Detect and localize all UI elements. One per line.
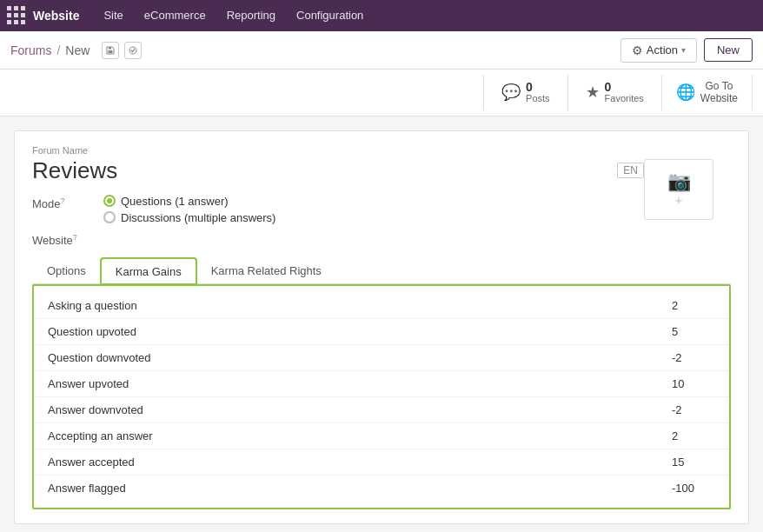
karma-name: Answer accepted — [48, 456, 672, 469]
mode-row: Mode? Questions (1 answer) Discussions (… — [32, 195, 731, 224]
karma-row-4[interactable]: Answer downvoted -2 — [34, 397, 729, 423]
app-grid-icon[interactable] — [7, 6, 26, 25]
globe-icon: 🌐 — [676, 83, 695, 102]
forum-name-label: Forum Name — [32, 145, 731, 156]
website-label: Website? — [32, 233, 93, 247]
lang-badge[interactable]: EN — [617, 163, 644, 178]
posts-label: Posts — [526, 93, 550, 103]
mode-label: Mode? — [32, 195, 93, 210]
karma-value[interactable]: -2 — [672, 351, 715, 364]
action-button[interactable]: ⚙ Action ▾ — [620, 38, 697, 63]
mode-questions-label: Questions (1 answer) — [121, 195, 229, 208]
forum-title-row: Reviews EN — [32, 157, 731, 184]
karma-value[interactable]: 2 — [672, 429, 715, 442]
tab-options[interactable]: Options — [32, 257, 101, 283]
right-actions: ⚙ Action ▾ New — [620, 38, 753, 63]
karma-name: Answer flagged — [48, 482, 672, 495]
action-label: Action — [647, 43, 678, 57]
karma-name: Accepting an answer — [48, 429, 672, 442]
karma-row-0[interactable]: Asking a question 2 — [34, 293, 729, 319]
form-card-inner: 📷 ＋ Forum Name Reviews EN Mode? Question… — [32, 145, 731, 509]
go-to-website-button[interactable]: 🌐 Go ToWebsite — [661, 75, 753, 110]
karma-row-2[interactable]: Question downvoted -2 — [34, 345, 729, 371]
svg-rect-0 — [109, 50, 113, 53]
favorites-label: Favorites — [605, 93, 644, 103]
nav-item-reporting[interactable]: Reporting — [216, 0, 286, 31]
karma-name: Answer upvoted — [48, 377, 672, 390]
karma-value[interactable]: 2 — [672, 299, 715, 312]
posts-stat[interactable]: 💬 0 Posts — [483, 75, 567, 110]
karma-row-6[interactable]: Answer accepted 15 — [34, 449, 729, 475]
karma-value[interactable]: 10 — [672, 377, 715, 390]
mode-questions-radio[interactable] — [103, 195, 116, 207]
discard-icon[interactable] — [124, 42, 142, 59]
photo-add-icon: ＋ — [673, 193, 685, 209]
form-card: 📷 ＋ Forum Name Reviews EN Mode? Question… — [14, 130, 749, 524]
main-content: 📷 ＋ Forum Name Reviews EN Mode? Question… — [0, 116, 763, 532]
nav-item-configuration[interactable]: Configuration — [286, 0, 374, 31]
karma-row-1[interactable]: Question upvoted 5 — [34, 319, 729, 345]
website-row: Website? — [32, 233, 731, 247]
mode-questions[interactable]: Questions (1 answer) — [103, 195, 275, 208]
photo-upload[interactable]: 📷 ＋ — [644, 159, 713, 220]
breadcrumb-current: New — [65, 43, 90, 57]
karma-value[interactable]: 15 — [672, 456, 715, 469]
tab-karma-gains[interactable]: Karma Gains — [101, 258, 196, 284]
karma-row-7[interactable]: Answer flagged -100 — [34, 475, 729, 501]
go-website-label: Go ToWebsite — [700, 80, 738, 105]
forum-title[interactable]: Reviews — [32, 157, 117, 184]
mode-discussions[interactable]: Discussions (multiple answers) — [103, 211, 275, 224]
top-nav: Website Site eCommerce Reporting Configu… — [0, 0, 763, 31]
breadcrumb-parent[interactable]: Forums — [10, 43, 51, 57]
karma-value[interactable]: -100 — [672, 482, 715, 495]
nav-item-site[interactable]: Site — [93, 0, 133, 31]
stats-bar: 💬 0 Posts ★ 0 Favorites 🌐 Go ToWebsite — [0, 70, 763, 116]
karma-name: Question downvoted — [48, 351, 672, 364]
mode-discussions-radio[interactable] — [103, 211, 116, 223]
gear-icon: ⚙ — [632, 43, 643, 57]
karma-row-5[interactable]: Accepting an answer 2 — [34, 423, 729, 449]
secondary-bar: Forums / New ⚙ Action ▾ New — [0, 31, 763, 70]
karma-gains-table: Asking a question 2 Question upvoted 5 Q… — [32, 284, 731, 509]
nav-item-ecommerce[interactable]: eCommerce — [134, 0, 216, 31]
action-chevron: ▾ — [681, 45, 686, 55]
favorites-count: 0 — [605, 81, 644, 93]
favorites-stat[interactable]: ★ 0 Favorites — [567, 75, 661, 110]
tab-karma-related-rights[interactable]: Karma Related Rights — [196, 257, 336, 283]
karma-name: Answer downvoted — [48, 403, 672, 416]
karma-value[interactable]: 5 — [672, 325, 715, 338]
karma-name: Asking a question — [48, 299, 672, 312]
favorites-icon: ★ — [586, 83, 600, 102]
svg-rect-1 — [109, 47, 111, 50]
tabs: Options Karma Gains Karma Related Rights — [32, 257, 731, 284]
mode-discussions-label: Discussions (multiple answers) — [121, 211, 275, 224]
karma-name: Question upvoted — [48, 325, 672, 338]
breadcrumb: Forums / New — [10, 42, 620, 59]
karma-row-3[interactable]: Answer upvoted 10 — [34, 371, 729, 397]
mode-options: Questions (1 answer) Discussions (multip… — [103, 195, 275, 224]
new-button[interactable]: New — [704, 38, 753, 62]
karma-value[interactable]: -2 — [672, 403, 715, 416]
app-name: Website — [33, 9, 79, 23]
save-manually-icon[interactable] — [102, 42, 119, 59]
breadcrumb-sep: / — [56, 43, 60, 57]
posts-count: 0 — [526, 81, 550, 93]
camera-icon: 📷 — [667, 170, 691, 193]
posts-icon: 💬 — [501, 83, 521, 102]
